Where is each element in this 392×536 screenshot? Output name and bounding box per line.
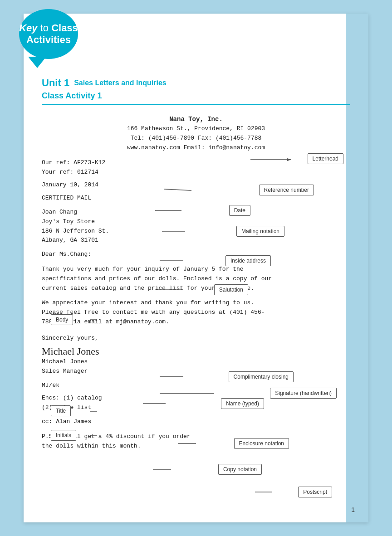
inside-addr4: Albany, GA 31701 (42, 236, 350, 245)
class-activity-title: Class Activity 1 (42, 91, 350, 101)
address-line1: 166 Mathewson St., Providence, RI 02903 (42, 124, 350, 134)
annotation-initials: Initials (51, 430, 76, 441)
white-page: Key to ClassActivities Unit 1 Sales Lett… (24, 14, 368, 522)
ref-your: Your ref: 012714 (42, 168, 350, 177)
closing-section: Sincerely yours, (42, 334, 350, 343)
annotation-complimentary-closing: Complimentary closing (229, 371, 294, 382)
annotation-inside-address: Inside address (225, 255, 271, 266)
signature-handwritten: Michael Jones (42, 346, 350, 357)
enc-line2: (2) price list (42, 403, 350, 413)
postscript-section: P.S. You'll get a 4% discount if you ord… (42, 432, 350, 451)
page-number: 1 (351, 506, 355, 513)
annotation-signature-handwritten: Signature (handwritten) (270, 388, 337, 399)
body-para2: We appreciate your interest and thank yo… (42, 298, 278, 326)
bubble-circle: Key to ClassActivities (19, 9, 78, 59)
ref-our: Our ref: AF273-K12 (42, 158, 350, 168)
annotation-name-typed: Name (typed) (221, 398, 264, 409)
signature-section: Michael Jones (42, 346, 350, 357)
annotation-date: Date (229, 205, 250, 216)
body-para1-section: Thank you very much for your inquiry of … (42, 265, 350, 293)
inside-addr3: 186 N Jefferson St. (42, 227, 350, 236)
divider-line (42, 104, 350, 105)
annotation-reference-number: Reference number (259, 185, 314, 195)
inside-addr1: Joan Chang (42, 208, 350, 217)
name-typed: Michael Jones (42, 357, 350, 367)
bubble-key: Key (19, 22, 37, 34)
company-name: Nana Toy, Inc. (42, 114, 350, 124)
annotation-postscript: Postscript (298, 487, 332, 497)
annotation-salutation: Salutation (214, 284, 248, 295)
annotation-enclosure-notation: Enclosure notation (234, 438, 289, 449)
unit-label: Unit 1 (42, 77, 69, 89)
cc-section: cc: Alan James (42, 417, 350, 427)
annotation-mailing-notation: Mailing notation (236, 226, 284, 237)
inside-address-section: Joan Chang Joy's Toy Store 186 N Jeffers… (42, 208, 350, 245)
annotation-letterhead: Letterhead (308, 153, 343, 164)
annotation-body: Body (51, 314, 73, 325)
annotation-copy-notation: Copy notation (218, 464, 262, 475)
inside-addr2: Joy's Toy Store (42, 217, 350, 227)
address-line3: www.nanatoy.com Email: info@nanatoy.com (42, 143, 350, 153)
bubble-to: to (40, 22, 49, 34)
unit-subtitle: Sales Letters and Inquiries (74, 79, 167, 87)
header-bubble: Key to ClassActivities (19, 9, 92, 73)
title-section: Sales Manager (42, 367, 350, 376)
bubble-text: Key to ClassActivities (19, 22, 78, 46)
letterhead-section: Nana Toy, Inc. 166 Mathewson St., Provid… (42, 114, 350, 153)
closing: Sincerely yours, (42, 334, 350, 343)
salutation: Dear Ms.Chang: (42, 250, 350, 259)
letter-content: Nana Toy, Inc. 166 Mathewson St., Provid… (42, 114, 350, 451)
page-container: Key to ClassActivities Unit 1 Sales Lett… (0, 0, 392, 536)
unit-title: Unit 1 Sales Letters and Inquiries (42, 77, 350, 89)
body-para2-section: We appreciate your interest and thank yo… (42, 298, 350, 326)
title: Sales Manager (42, 367, 350, 376)
salutation-section: Dear Ms.Chang: (42, 250, 350, 259)
annotation-title: Title (51, 405, 71, 416)
address-line2: Tel: (401)456-7890 Fax: (401)456-7788 (42, 134, 350, 143)
reference-section: Our ref: AF273-K12 Your ref: 012714 (42, 158, 350, 177)
cc: cc: Alan James (42, 417, 350, 427)
main-title-section: Unit 1 Sales Letters and Inquiries Class… (42, 77, 350, 105)
name-typed-section: Michael Jones (42, 357, 350, 367)
